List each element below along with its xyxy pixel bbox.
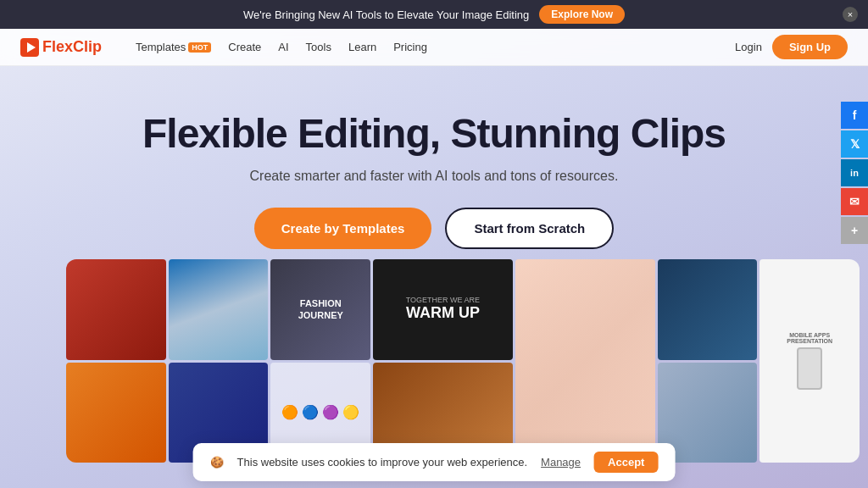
grid-cell-orange bbox=[66, 363, 166, 463]
create-by-templates-button[interactable]: Create by Templates bbox=[254, 208, 432, 249]
nav-item-pricing[interactable]: Pricing bbox=[387, 37, 434, 57]
hero-buttons: Create by Templates Start from Scratch bbox=[254, 208, 615, 249]
cookie-emoji: 🍪 bbox=[210, 456, 224, 469]
mobile-label: MOBILE APPSPRESENTATION bbox=[787, 332, 832, 344]
explore-button[interactable]: Explore Now bbox=[539, 5, 625, 24]
navbar: FlexClip Templates HOT Create AI Tools L… bbox=[0, 29, 868, 66]
nav-item-learn[interactable]: Learn bbox=[342, 37, 383, 57]
cookie-text: This website uses cookies to improve you… bbox=[237, 456, 528, 469]
hero-title: Flexible Editing, Stunning Clips bbox=[142, 110, 726, 157]
emoji-1: 🟠 bbox=[281, 404, 298, 420]
warmup-sub: TOGETHER WE ARE bbox=[406, 296, 480, 304]
nav-label-learn: Learn bbox=[348, 41, 376, 53]
cookie-manage-button[interactable]: Manage bbox=[541, 456, 581, 469]
nav-right: Login Sign Up bbox=[735, 35, 848, 59]
fashion-text: FASHIONJOURNEY bbox=[298, 297, 343, 322]
nav-label-templates: Templates bbox=[136, 41, 186, 53]
emoji-2: 🔵 bbox=[302, 404, 319, 420]
hero-subtitle: Create smarter and faster with AI tools … bbox=[250, 169, 619, 184]
announcement-close-button[interactable]: × bbox=[843, 7, 858, 22]
cookie-banner: 🍪 This website uses cookies to improve y… bbox=[193, 443, 676, 481]
nav-item-templates[interactable]: Templates HOT bbox=[129, 37, 218, 57]
nav-label-ai: AI bbox=[278, 41, 288, 53]
start-from-scratch-button[interactable]: Start from Scratch bbox=[445, 208, 614, 249]
nav-label-tools: Tools bbox=[306, 41, 331, 53]
announcement-bar: We're Bringing New AI Tools to Elevate Y… bbox=[0, 0, 868, 29]
emoji-4: 🟡 bbox=[342, 404, 359, 420]
announcement-text: We're Bringing New AI Tools to Elevate Y… bbox=[243, 8, 529, 21]
cookie-accept-button[interactable]: Accept bbox=[594, 452, 658, 473]
signup-button[interactable]: Sign Up bbox=[772, 35, 848, 59]
logo[interactable]: FlexClip bbox=[20, 38, 102, 57]
hero-section: Flexible Editing, Stunning Clips Create … bbox=[0, 66, 868, 290]
login-button[interactable]: Login bbox=[735, 41, 762, 53]
nav-items: Templates HOT Create AI Tools Learn Pric… bbox=[129, 37, 715, 57]
nav-item-ai[interactable]: AI bbox=[271, 37, 295, 57]
nav-label-pricing: Pricing bbox=[393, 41, 427, 53]
logo-icon bbox=[20, 38, 39, 57]
logo-text: FlexClip bbox=[42, 38, 102, 56]
warmup-text: WARM UP bbox=[406, 304, 480, 323]
emoji-3: 🟣 bbox=[322, 404, 339, 420]
nav-item-tools[interactable]: Tools bbox=[299, 37, 338, 57]
nav-item-create[interactable]: Create bbox=[221, 37, 268, 57]
mobile-phone-icon bbox=[797, 347, 822, 390]
hot-badge: HOT bbox=[188, 42, 211, 53]
nav-label-create: Create bbox=[228, 41, 261, 53]
